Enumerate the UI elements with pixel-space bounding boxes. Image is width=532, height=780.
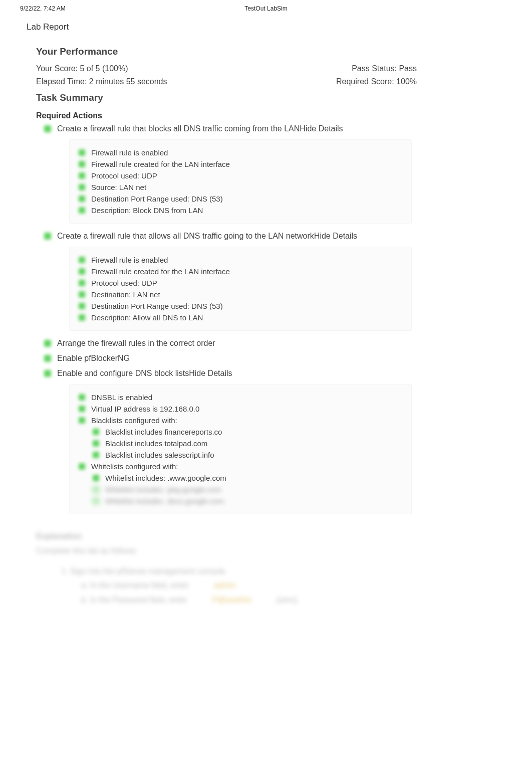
detail-text: DNSBL is enabled bbox=[91, 393, 152, 402]
detail-text: Blacklist includes financereports.co bbox=[105, 428, 222, 436]
check-icon bbox=[79, 291, 85, 298]
check-icon bbox=[79, 184, 85, 190]
substep-text: b. In the Password field, enter bbox=[81, 593, 187, 608]
action-text: Enable and configure DNS block lists bbox=[57, 369, 189, 378]
detail-text: Protocol used: UDP bbox=[91, 171, 157, 180]
detail-item: Destination: LAN net bbox=[79, 289, 402, 300]
check-icon bbox=[79, 406, 85, 412]
substep-text: a. In the Username field, enter bbox=[81, 578, 189, 593]
time-row: Elapsed Time: 2 minutes 55 seconds Requi… bbox=[9, 75, 512, 88]
check-icon bbox=[79, 257, 85, 263]
check-icon bbox=[79, 314, 85, 321]
task-summary-heading: Task Summary bbox=[9, 88, 512, 108]
action-text: Arrange the firewall rules in the correc… bbox=[57, 339, 215, 348]
action-text: Create a firewall rule that allows all D… bbox=[57, 232, 314, 241]
check-icon bbox=[79, 149, 85, 156]
check-icon bbox=[93, 486, 99, 493]
check-icon bbox=[44, 233, 51, 240]
your-score: Your Score: 5 of 5 (100%) bbox=[36, 64, 128, 73]
required-actions-heading: Required Actions bbox=[9, 108, 512, 121]
required-score: Required Score: 100% bbox=[336, 77, 417, 86]
pass-status: Pass Status: Pass bbox=[352, 64, 417, 73]
substep-value: P@ssw0rd bbox=[212, 593, 251, 608]
detail-item: Source: LAN net bbox=[79, 181, 402, 193]
check-icon bbox=[79, 268, 85, 275]
detail-text: Destination Port Range used: DNS (53) bbox=[91, 302, 223, 310]
detail-text: Blacklist includes totalpad.com bbox=[105, 439, 207, 448]
detail-text: Blacklist includes salesscript.info bbox=[105, 451, 214, 459]
check-icon bbox=[93, 452, 99, 458]
detail-text: Source: LAN net bbox=[91, 183, 146, 191]
check-icon bbox=[79, 172, 85, 179]
detail-item: Destination Port Range used: DNS (53) bbox=[79, 193, 402, 205]
explanation-heading: Explanation bbox=[36, 529, 512, 544]
details-panel: DNSBL is enabled Virtual IP address is 1… bbox=[69, 384, 412, 514]
header-timestamp: 9/22/22, 7:42 AM bbox=[20, 5, 66, 12]
detail-sub-item-blurred: Whitelist includes .docs.google.com bbox=[79, 495, 402, 507]
detail-item: Protocol used: UDP bbox=[79, 170, 402, 181]
detail-item: Blacklists configured with: bbox=[79, 415, 402, 426]
action-text: Create a firewall rule that blocks all D… bbox=[57, 124, 300, 133]
check-icon bbox=[79, 394, 85, 401]
check-icon bbox=[93, 475, 99, 481]
action-item: Arrange the firewall rules in the correc… bbox=[9, 336, 512, 351]
detail-item: Description: Allow all DNS to LAN bbox=[79, 312, 402, 323]
substep-value: admin bbox=[214, 578, 236, 593]
elapsed-time: Elapsed Time: 2 minutes 55 seconds bbox=[36, 77, 167, 86]
detail-text: Firewall rule is enabled bbox=[91, 256, 168, 264]
check-icon bbox=[44, 125, 51, 132]
hide-details-toggle[interactable]: Hide Details bbox=[189, 369, 232, 378]
detail-sub-item: Blacklist includes totalpad.com bbox=[79, 438, 402, 449]
detail-item: Firewall rule created for the LAN interf… bbox=[79, 158, 402, 170]
detail-text: Whitelist includes .play.google.com bbox=[105, 485, 221, 494]
hide-details-toggle[interactable]: Hide Details bbox=[300, 124, 343, 133]
action-item: Create a firewall rule that allows all D… bbox=[9, 229, 512, 244]
report-content: Lab Report Your Performance Your Score: … bbox=[0, 15, 532, 638]
detail-text: Virtual IP address is 192.168.0.0 bbox=[91, 405, 199, 413]
details-panel: Firewall rule is enabled Firewall rule c… bbox=[69, 139, 412, 224]
check-icon bbox=[79, 280, 85, 286]
detail-text: Destination Port Range used: DNS (53) bbox=[91, 194, 223, 203]
explanation-substep: b. In the Password field, enter P@ssw0rd… bbox=[36, 593, 512, 608]
detail-text: Destination: LAN net bbox=[91, 290, 160, 299]
explanation-step: 1. Sign into the pfSense management cons… bbox=[36, 564, 512, 579]
substep-extra: (zero). bbox=[276, 593, 299, 608]
explanation-section: Explanation Complete this lab as follows… bbox=[9, 519, 512, 608]
detail-text: Firewall rule created for the LAN interf… bbox=[91, 160, 230, 168]
explanation-substep: a. In the Username field, enter admin bbox=[36, 578, 512, 593]
explanation-subheading: Complete this lab as follows: bbox=[36, 544, 512, 558]
header-app-title: TestOut LabSim bbox=[244, 5, 287, 12]
action-item: Create a firewall rule that blocks all D… bbox=[9, 121, 512, 136]
check-icon bbox=[44, 340, 51, 347]
detail-sub-item: Blacklist includes financereports.co bbox=[79, 426, 402, 438]
detail-item: Protocol used: UDP bbox=[79, 277, 402, 289]
check-icon bbox=[44, 370, 51, 377]
detail-item: Firewall rule created for the LAN interf… bbox=[79, 266, 402, 277]
detail-sub-item-blurred: Whitelist includes .play.google.com bbox=[79, 484, 402, 495]
detail-text: Whitelists configured with: bbox=[91, 462, 178, 471]
detail-text: Firewall rule created for the LAN interf… bbox=[91, 267, 230, 276]
detail-item: Virtual IP address is 192.168.0.0 bbox=[79, 403, 402, 415]
detail-item: Firewall rule is enabled bbox=[79, 147, 402, 158]
detail-sub-item: Whitelist includes: .www.google.com bbox=[79, 472, 402, 484]
detail-item: Description: Block DNS from LAN bbox=[79, 205, 402, 216]
action-item: Enable pfBlockerNG bbox=[9, 351, 512, 366]
detail-text: Blacklists configured with: bbox=[91, 416, 177, 425]
lab-report-title: Lab Report bbox=[9, 15, 512, 37]
check-icon bbox=[79, 463, 85, 470]
page-header: 9/22/22, 7:42 AM TestOut LabSim bbox=[0, 0, 532, 15]
detail-text: Protocol used: UDP bbox=[91, 279, 157, 287]
detail-text: Firewall rule is enabled bbox=[91, 148, 168, 157]
detail-item: Destination Port Range used: DNS (53) bbox=[79, 300, 402, 312]
check-icon bbox=[79, 417, 85, 424]
detail-text: Description: Block DNS from LAN bbox=[91, 206, 203, 215]
hide-details-toggle[interactable]: Hide Details bbox=[314, 232, 357, 241]
detail-text: Whitelist includes .docs.google.com bbox=[105, 497, 224, 505]
detail-text: Whitelist includes: .www.google.com bbox=[105, 474, 226, 482]
detail-text: Description: Allow all DNS to LAN bbox=[91, 313, 203, 322]
check-icon bbox=[79, 207, 85, 214]
check-icon bbox=[93, 498, 99, 504]
action-item: Enable and configure DNS block listsHide… bbox=[9, 366, 512, 381]
action-text: Enable pfBlockerNG bbox=[57, 354, 130, 363]
check-icon bbox=[79, 303, 85, 309]
